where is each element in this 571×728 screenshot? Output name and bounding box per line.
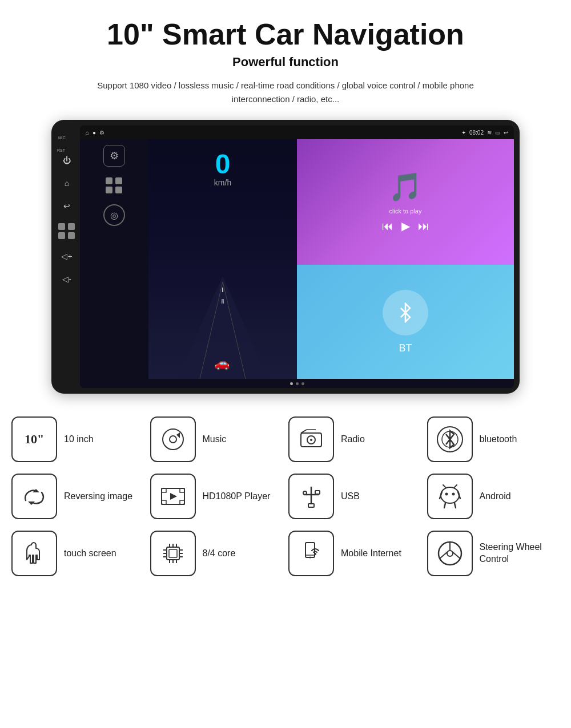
feature-player: HD1080P Player (150, 474, 283, 519)
music-note-icon: 🎵 (388, 171, 423, 203)
feature-label-radio: Radio (341, 434, 365, 446)
svg-point-10 (310, 439, 312, 441)
bt-panel[interactable]: BT (297, 265, 514, 379)
svg-point-56 (447, 551, 453, 556)
feature-usb: USB (288, 474, 421, 519)
feature-icon-radio (288, 416, 334, 462)
bt-circle-icon (383, 290, 428, 335)
feature-icon-mobile (288, 531, 334, 576)
home-status-icon: ⌂ (86, 130, 89, 136)
dot-3 (301, 382, 304, 385)
status-left: ⌂ ● ⚙ (86, 130, 104, 136)
film-icon (160, 485, 186, 508)
home-button[interactable]: ⌂ (61, 177, 73, 189)
screen-dots (80, 379, 514, 388)
signal-icon: ≋ (487, 130, 492, 136)
feature-music: Music (150, 416, 283, 462)
dot-2 (296, 382, 299, 385)
bluetooth-box-icon (435, 424, 465, 455)
usb-icon (298, 483, 324, 509)
feature-bluetooth: bluetooth (427, 416, 560, 462)
mic-label: MIC (58, 136, 66, 140)
svg-line-32 (455, 503, 456, 508)
feature-label-mobile: Mobile Internet (341, 548, 401, 560)
vol-up-button[interactable]: ◁+ (61, 250, 73, 262)
mobile-internet-icon (297, 539, 325, 568)
feature-label-usb: USB (341, 491, 360, 503)
status-right: ✦ 08:02 ≋ ▭ ↩ (461, 130, 508, 136)
feature-label-reversing: Reversing image (64, 491, 132, 503)
feature-label-bluetooth: bluetooth (480, 434, 517, 446)
right-panels: 🎵 click to play ⏮ ▶ ⏭ (297, 139, 514, 379)
feature-label-size: 10 inch (64, 434, 94, 446)
svg-rect-27 (308, 504, 314, 507)
compass-nav-icon[interactable]: ◎ (103, 204, 125, 226)
svg-point-53 (309, 557, 311, 559)
music-panel[interactable]: 🎵 click to play ⏮ ▶ ⏭ (297, 139, 514, 265)
feature-label-player: HD1080P Player (203, 491, 271, 503)
settings-status-icon: ⚙ (99, 130, 104, 136)
settings-nav-icon[interactable]: ⚙ (103, 145, 125, 167)
svg-line-35 (443, 485, 445, 487)
svg-point-6 (163, 429, 183, 450)
screen: ⌂ ● ⚙ ✦ 08:02 ≋ ▭ ↩ ⚙ (80, 126, 514, 388)
music-cd-icon (160, 427, 186, 452)
back-button[interactable]: ↩ (61, 200, 73, 212)
music-controls[interactable]: ⏮ ▶ ⏭ (382, 219, 429, 233)
feature-icon-reversing (11, 474, 57, 519)
svg-rect-25 (315, 491, 320, 494)
feature-icon-usb (288, 474, 334, 519)
power-button[interactable]: ⏻ (61, 154, 73, 167)
feature-icon-player (150, 474, 196, 519)
play-button[interactable]: ▶ (401, 219, 410, 233)
feature-android: Android (427, 474, 560, 519)
back-status-icon: ↩ (504, 130, 508, 136)
status-bar: ⌂ ● ⚙ ✦ 08:02 ≋ ▭ ↩ (80, 126, 514, 139)
feature-icon-music (150, 416, 196, 462)
feature-label-steering: Steering Wheel Control (480, 541, 560, 565)
main-title: 10" Smart Car Navigation (107, 17, 464, 51)
feature-icon-core (150, 531, 196, 576)
apps-button[interactable] (58, 223, 75, 240)
feature-icon-bluetooth (427, 416, 473, 462)
vol-down-button[interactable]: ◁- (61, 273, 73, 285)
sub-title: Powerful function (232, 55, 339, 70)
speed-unit: km/h (214, 178, 231, 187)
svg-point-7 (170, 436, 176, 443)
feature-steering: Steering Wheel Control (427, 531, 560, 576)
feature-mobile: Mobile Internet (288, 531, 421, 576)
steering-wheel-icon (436, 539, 464, 568)
svg-point-54 (314, 553, 316, 555)
screen-icon: ▭ (495, 130, 500, 136)
svg-point-34 (452, 493, 455, 496)
svg-marker-22 (170, 493, 177, 500)
feature-icon-touch (11, 531, 57, 576)
feature-radio: Radio (288, 416, 421, 462)
apps-nav-icon[interactable] (106, 177, 123, 194)
svg-line-31 (444, 503, 445, 508)
feature-label-touch: touch screen (64, 548, 116, 560)
svg-line-59 (452, 552, 460, 559)
click-to-play-label: click to play (389, 208, 422, 215)
prev-button[interactable]: ⏮ (382, 220, 393, 233)
time-display: 08:02 (469, 130, 484, 136)
feature-touch: touch screen (11, 531, 144, 576)
svg-line-58 (440, 552, 448, 559)
feature-label-music: Music (203, 434, 227, 446)
feature-icon-steering (427, 531, 473, 576)
screen-content: ⚙ ◎ 0 km/h (80, 139, 514, 379)
feature-icon-android (427, 474, 473, 519)
touch-icon (21, 539, 47, 568)
feature-core: 8/4 core (150, 531, 283, 576)
dot-1 (290, 382, 293, 385)
side-buttons: ⏻ ⌂ ↩ ◁+ ◁- (58, 154, 75, 285)
svg-point-28 (441, 487, 459, 503)
next-button[interactable]: ⏭ (418, 220, 429, 233)
android-icon (437, 483, 463, 510)
svg-point-33 (445, 493, 448, 496)
reversing-icon (21, 484, 47, 508)
nav-panel: ⚙ ◎ (80, 139, 148, 379)
feature-size: 10" 10 inch (11, 416, 144, 462)
road-visual: 🚗 (148, 276, 297, 379)
svg-line-36 (455, 485, 457, 487)
